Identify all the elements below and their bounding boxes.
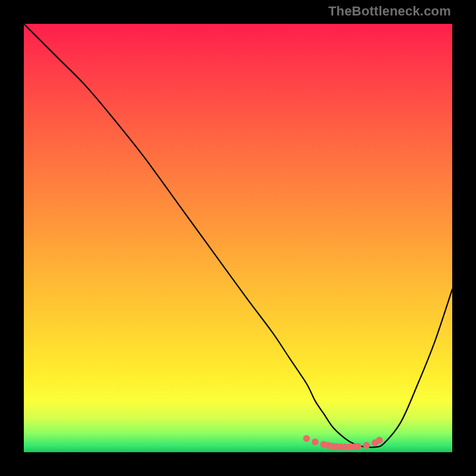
optimal-marker [363,442,370,449]
optimal-marker [303,435,310,442]
optimal-marker [376,437,383,444]
optimal-marker [312,439,319,446]
curve-layer [24,24,452,452]
bottleneck-curve [24,24,452,447]
plot-area [24,24,452,452]
optimal-marker [355,443,362,450]
watermark-text: TheBottleneck.com [328,4,451,19]
chart-frame: TheBottleneck.com [0,0,476,476]
